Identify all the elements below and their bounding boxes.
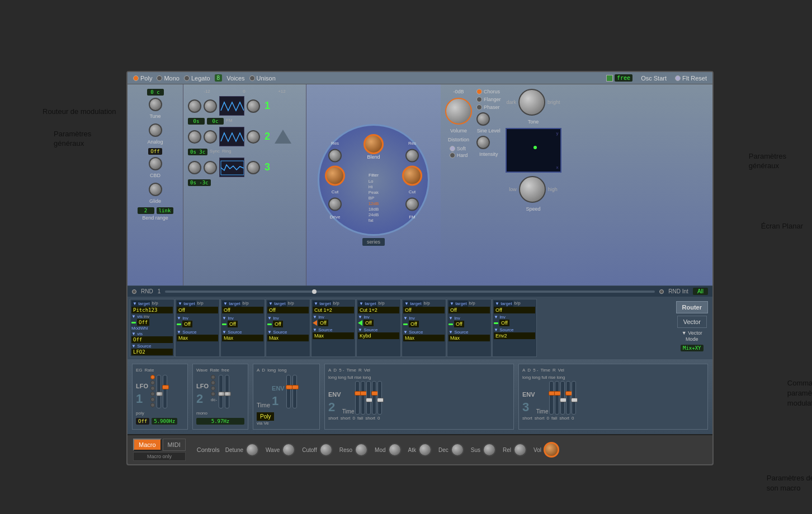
rate-high-label: Rate [145, 368, 154, 373]
planar-screen[interactable]: x y [506, 128, 561, 173]
lfo1-wave-sine[interactable] [150, 375, 155, 379]
osc1-coarse-knob[interactable] [188, 99, 201, 113]
osc2-fine-knob[interactable] [204, 130, 217, 144]
filter-drive-knob[interactable] [328, 198, 342, 211]
lfo1-wave-rnd[interactable] [150, 403, 155, 407]
dec-macro-group: Dec [438, 443, 464, 456]
phaser-radio[interactable]: Phaser [476, 104, 501, 110]
intensity-knob[interactable] [476, 136, 490, 149]
link-val: link [157, 207, 173, 214]
macro-only-button[interactable]: Macro only [133, 452, 186, 461]
lfo2-rate-slider[interactable] [225, 375, 229, 408]
dec-macro-knob[interactable] [451, 443, 464, 456]
atk-macro-knob[interactable] [418, 443, 432, 456]
filter-cut2-knob[interactable] [402, 166, 422, 186]
annotation-commandes: Commandes etparamètres demodulation [787, 378, 812, 409]
r-label-env2: R [358, 368, 362, 373]
analog-knob[interactable] [149, 123, 162, 137]
tune-knob[interactable] [149, 98, 162, 111]
macro-tab[interactable]: Macro [133, 439, 162, 451]
env1-d-slider[interactable] [292, 375, 297, 408]
env1-a-slider[interactable] [286, 375, 291, 408]
osc1-fine-knob[interactable] [204, 99, 217, 113]
wave-macro-knob[interactable] [282, 443, 295, 456]
hard-radio[interactable]: Hard [450, 153, 468, 158]
glide-knob[interactable] [149, 183, 162, 196]
filter-blend-knob[interactable] [363, 134, 384, 154]
filter-circle: Blend Res Cut Drive [318, 124, 429, 236]
free-checkbox[interactable]: free [606, 74, 632, 82]
lfo1-wave-sq[interactable] [150, 397, 155, 402]
tone-knob[interactable] [518, 89, 545, 116]
env3-s-slider[interactable] [560, 381, 565, 415]
sine-level-knob[interactable] [476, 112, 490, 126]
rnd-val: 1 [158, 288, 161, 294]
lfo1-rate-slider[interactable] [163, 375, 167, 408]
env2-a-slider[interactable] [355, 381, 360, 415]
env3-vel-slider[interactable] [572, 381, 576, 415]
env2-vel-slider[interactable] [377, 381, 382, 415]
filter-res2-knob[interactable] [405, 149, 419, 163]
detune-macro-knob[interactable] [246, 443, 259, 456]
lfo2-wave-2[interactable] [211, 380, 215, 385]
lfo2-wave-slider[interactable] [219, 375, 223, 408]
filter-cut-knob[interactable] [325, 166, 345, 186]
lfo1-wave-saw[interactable] [150, 386, 155, 391]
lfo2-wave-3[interactable] [211, 386, 215, 391]
filter-res-knob[interactable] [328, 149, 342, 163]
env3-a-slider[interactable] [549, 381, 554, 415]
sus-macro-knob[interactable] [483, 443, 496, 456]
mono-radio[interactable]: Mono [157, 75, 180, 82]
osc3-coarse-knob[interactable] [188, 161, 201, 174]
speed-knob[interactable] [519, 176, 546, 203]
all-badge: All [693, 288, 708, 295]
legato-radio[interactable]: Legato [184, 75, 210, 82]
env2-d-slider[interactable] [361, 381, 365, 415]
lfo2-wave-1[interactable] [211, 375, 215, 379]
soft-radio[interactable]: Soft [450, 146, 468, 151]
router-button[interactable]: Router [676, 301, 708, 313]
mod-controls: EG Rate LFO 1 [128, 359, 712, 434]
voices-text: Voices [226, 75, 244, 82]
osc1-wave-knob[interactable] [247, 99, 260, 113]
mod-col-6: ▼ target b/p Cut 1+2 ▼ Inv Off ▼ Source … [356, 299, 401, 357]
reso-macro-label: Reso [339, 447, 352, 453]
mod-macro-knob[interactable] [388, 443, 402, 456]
flt-reset-radio[interactable]: Flt Reset [675, 75, 707, 82]
chorus-radio[interactable]: Chorus [476, 89, 501, 94]
reso-macro-knob[interactable] [355, 443, 368, 456]
flanger-radio[interactable]: Flanger [476, 97, 501, 102]
res-label-right: Res [408, 141, 416, 146]
vector-button[interactable]: Vector [677, 316, 707, 328]
env3-d-slider[interactable] [555, 381, 559, 415]
max-7: Max [403, 335, 445, 341]
a-val-env1: long [267, 368, 276, 373]
rnd-slider[interactable] [165, 291, 655, 293]
cutoff-macro-knob[interactable] [319, 443, 333, 456]
volume-knob[interactable] [445, 98, 472, 125]
osc3-fine-knob[interactable] [204, 161, 217, 174]
rel-macro-knob[interactable] [513, 443, 527, 456]
filter-fm-knob[interactable] [405, 198, 419, 211]
midi-tab[interactable]: MIDI [163, 439, 186, 451]
cutoff-macro-label: Cutoff [302, 447, 317, 453]
env3-r-slider[interactable] [566, 381, 570, 415]
osc2-wave-knob[interactable] [247, 130, 260, 144]
bp-header-1: b/p [152, 301, 158, 307]
cbd-knob[interactable] [149, 157, 162, 170]
osc2-coarse-knob[interactable] [188, 130, 201, 144]
12db-label: 12dB [369, 201, 379, 206]
env2-s-slider[interactable] [366, 381, 371, 415]
poly-radio[interactable]: Poly [133, 75, 152, 82]
bend-label: Bend range [142, 215, 168, 221]
vol-macro-knob[interactable] [544, 442, 559, 458]
long-label-env3: long [522, 375, 531, 380]
lfo1-wave-rsaw[interactable] [150, 392, 155, 396]
lfo2-wave-4[interactable] [211, 392, 215, 396]
osc3-wave-knob[interactable] [247, 161, 260, 174]
env2-r-slider[interactable] [372, 381, 376, 415]
unison-radio[interactable]: Unison [249, 75, 276, 82]
mod-whl-label: ModWhl [131, 326, 173, 331]
lfo1-wave-tri[interactable] [150, 380, 155, 385]
lfo1-eg-delay-slider[interactable] [157, 375, 161, 408]
